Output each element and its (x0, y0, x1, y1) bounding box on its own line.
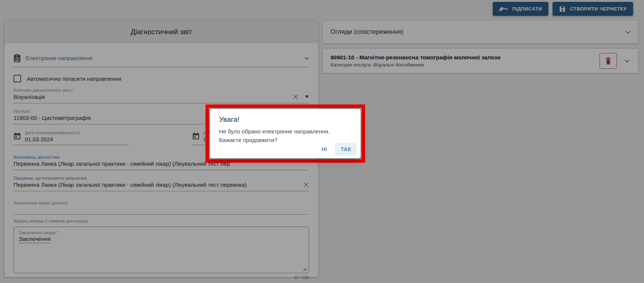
dialog-no-button[interactable]: НІ (316, 143, 333, 156)
dialog-title: Увага! (219, 115, 352, 124)
dialog-message: Не було обрано електронне направлення. Б… (219, 127, 352, 145)
dialog-yes-button[interactable]: ТАК (335, 143, 357, 156)
confirm-dialog: Увага! Не було обрано електронне направл… (210, 109, 361, 158)
